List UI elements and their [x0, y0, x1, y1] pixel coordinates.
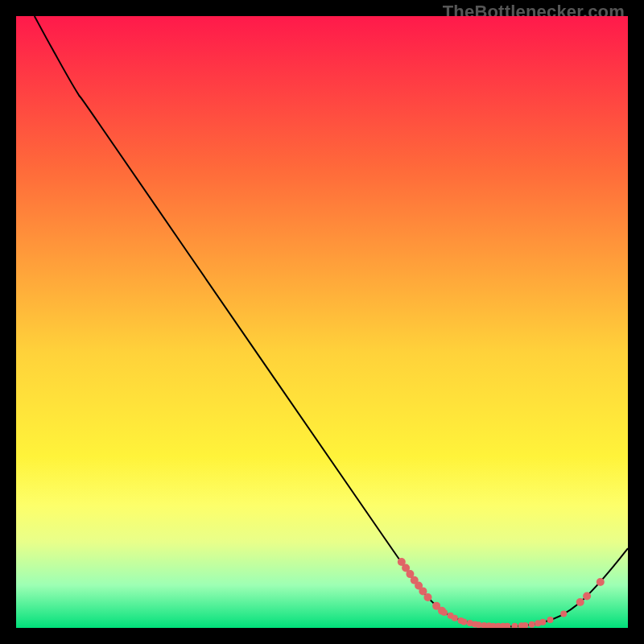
curve-marker: [547, 617, 553, 623]
curve-marker: [539, 619, 546, 625]
curve-marker: [560, 611, 567, 617]
curve-marker: [529, 621, 535, 628]
curve-marker: [576, 598, 584, 606]
curve-marker: [441, 609, 448, 616]
curve-marker: [583, 592, 591, 600]
curve-marker: [460, 618, 467, 625]
curve-marker: [452, 615, 458, 621]
chart-frame: [16, 16, 628, 628]
curve-marker: [597, 578, 605, 586]
chart-background: [16, 16, 628, 628]
curve-marker: [423, 593, 431, 601]
bottleneck-chart: [16, 16, 628, 628]
curve-marker: [476, 621, 482, 628]
